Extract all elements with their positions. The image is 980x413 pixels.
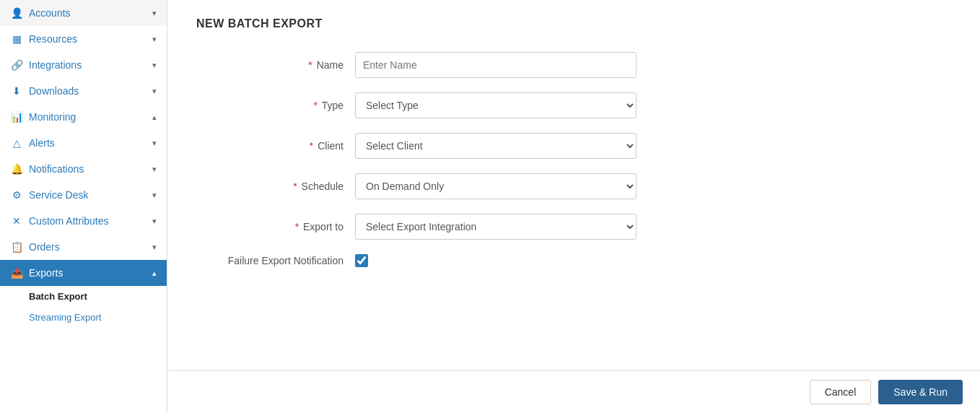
chevron-up-icon: ▴ [152, 269, 157, 278]
chevron-down-icon: ▾ [152, 9, 157, 18]
sidebar-item-alerts[interactable]: △ Alerts ▾ [0, 130, 167, 156]
sidebar-item-integrations[interactable]: 🔗 Integrations ▾ [0, 52, 167, 78]
sidebar-label-notifications: Notifications [29, 163, 84, 175]
sidebar-subitem-batch-export[interactable]: Batch Export [0, 286, 167, 307]
cancel-button[interactable]: Cancel [810, 380, 872, 404]
streaming-export-label: Streaming Export [29, 312, 101, 323]
sidebar-label-downloads: Downloads [29, 85, 79, 97]
sidebar-label-alerts: Alerts [29, 137, 55, 149]
export-to-select[interactable]: Select Export Integration [355, 214, 636, 240]
chevron-down-icon: ▾ [152, 139, 157, 148]
sidebar-subitem-streaming-export[interactable]: Streaming Export [0, 307, 167, 328]
sidebar-item-downloads[interactable]: ⬇ Downloads ▾ [0, 78, 167, 104]
sidebar-label-resources: Resources [29, 33, 77, 45]
integrations-icon: 🔗 [10, 59, 23, 71]
schedule-label: * Schedule [196, 181, 355, 192]
service-desk-icon: ⚙ [10, 189, 23, 201]
sidebar-item-orders[interactable]: 📋 Orders ▾ [0, 234, 167, 260]
resources-icon: ▦ [10, 33, 23, 45]
schedule-row: * Schedule On Demand Only Scheduled [196, 173, 951, 199]
footer: Cancel Save & Run [167, 370, 980, 413]
alerts-icon: △ [10, 137, 23, 149]
sidebar-label-exports: Exports [29, 267, 63, 279]
chevron-down-icon: ▾ [152, 35, 157, 44]
sidebar-label-monitoring: Monitoring [29, 111, 76, 123]
type-required-star: * [314, 100, 318, 111]
failure-notification-label: Failure Export Notification [196, 255, 355, 266]
export-to-required-star: * [295, 221, 299, 232]
failure-notification-row: Failure Export Notification [196, 254, 951, 267]
chevron-down-icon: ▾ [152, 217, 157, 226]
accounts-icon: 👤 [10, 7, 23, 19]
type-row: * Type Select Type On Demand Only Schedu… [196, 92, 951, 118]
sidebar-item-service-desk[interactable]: ⚙ Service Desk ▾ [0, 182, 167, 208]
sidebar-item-resources[interactable]: ▦ Resources ▾ [0, 26, 167, 52]
page-title: NEW BATCH EXPORT [196, 17, 951, 30]
sidebar-label-accounts: Accounts [29, 7, 71, 19]
type-label: * Type [196, 100, 355, 111]
sidebar-label-orders: Orders [29, 241, 60, 253]
notifications-icon: 🔔 [10, 163, 23, 175]
main-body: NEW BATCH EXPORT * Name * Type Select Ty… [167, 0, 980, 370]
schedule-required-star: * [293, 181, 297, 192]
sidebar-label-custom-attributes: Custom Attributes [29, 215, 109, 227]
orders-icon: 📋 [10, 241, 23, 253]
save-run-button[interactable]: Save & Run [878, 380, 963, 404]
sidebar-label-integrations: Integrations [29, 59, 82, 71]
batch-export-label: Batch Export [29, 291, 87, 302]
chevron-down-icon: ▾ [152, 87, 157, 96]
chevron-down-icon: ▾ [152, 243, 157, 252]
client-required-star: * [310, 140, 313, 152]
sidebar-item-notifications[interactable]: 🔔 Notifications ▾ [0, 156, 167, 182]
export-to-label: * Export to [196, 221, 355, 232]
client-label: * Client [196, 140, 355, 152]
sidebar-item-monitoring[interactable]: 📊 Monitoring ▴ [0, 104, 167, 130]
chevron-down-icon: ▾ [152, 191, 157, 200]
name-label: * Name [196, 59, 355, 71]
client-select[interactable]: Select Client [355, 133, 636, 159]
monitoring-icon: 📊 [10, 111, 23, 123]
chevron-down-icon: ▾ [152, 61, 157, 70]
name-required-star: * [308, 59, 312, 71]
main-content: NEW BATCH EXPORT * Name * Type Select Ty… [167, 0, 980, 413]
exports-icon: 📤 [10, 267, 23, 279]
sidebar-item-custom-attributes[interactable]: ✕ Custom Attributes ▾ [0, 208, 167, 234]
failure-notification-checkbox[interactable] [355, 254, 368, 267]
failure-notification-checkbox-container [355, 254, 368, 267]
name-row: * Name [196, 52, 951, 78]
downloads-icon: ⬇ [10, 85, 23, 97]
sidebar: 👤 Accounts ▾ ▦ Resources ▾ 🔗 Integration… [0, 0, 167, 413]
sidebar-label-service-desk: Service Desk [29, 189, 88, 201]
schedule-select[interactable]: On Demand Only Scheduled [355, 173, 636, 199]
custom-attributes-icon: ✕ [10, 215, 23, 227]
type-select[interactable]: Select Type On Demand Only Scheduled [355, 92, 636, 118]
chevron-up-icon: ▴ [152, 113, 157, 122]
chevron-down-icon: ▾ [152, 165, 157, 174]
name-input[interactable] [355, 52, 636, 78]
sidebar-item-exports[interactable]: 📤 Exports ▴ [0, 260, 167, 286]
export-to-row: * Export to Select Export Integration [196, 214, 951, 240]
sidebar-item-accounts[interactable]: 👤 Accounts ▾ [0, 0, 167, 26]
client-row: * Client Select Client [196, 133, 951, 159]
